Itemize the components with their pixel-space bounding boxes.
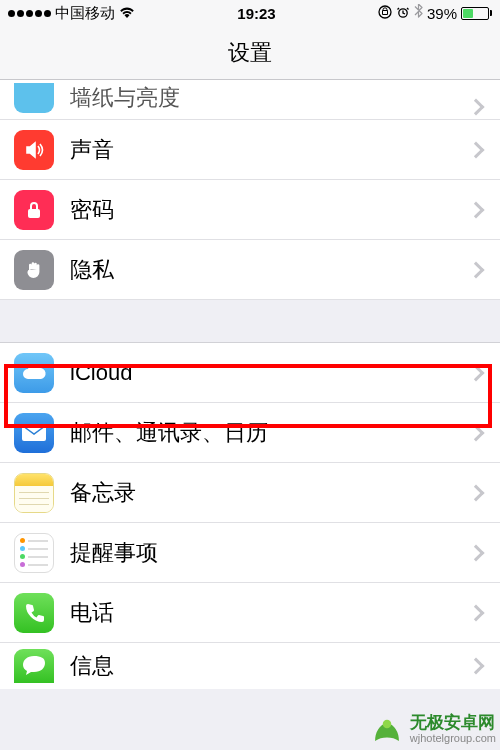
row-privacy[interactable]: 隐私 bbox=[0, 240, 500, 300]
row-label: 邮件、通讯录、日历 bbox=[70, 418, 470, 448]
row-label: iCloud bbox=[70, 360, 470, 386]
alarm-icon bbox=[396, 5, 410, 22]
wallpaper-icon bbox=[14, 83, 54, 113]
row-label: 密码 bbox=[70, 195, 470, 225]
chevron-right-icon bbox=[468, 99, 485, 116]
chevron-right-icon bbox=[468, 424, 485, 441]
page-title: 设置 bbox=[228, 38, 272, 68]
chevron-right-icon bbox=[468, 261, 485, 278]
battery-pct: 39% bbox=[427, 5, 457, 22]
row-notes[interactable]: 备忘录 bbox=[0, 463, 500, 523]
orientation-lock-icon bbox=[378, 5, 392, 22]
row-sound[interactable]: 声音 bbox=[0, 120, 500, 180]
row-label: 备忘录 bbox=[70, 478, 470, 508]
svg-point-4 bbox=[383, 720, 392, 729]
row-reminders[interactable]: 提醒事项 bbox=[0, 523, 500, 583]
lock-icon bbox=[14, 190, 54, 230]
watermark-title: 无极安卓网 bbox=[410, 714, 496, 733]
nav-bar: 设置 bbox=[0, 26, 500, 80]
battery-icon bbox=[461, 7, 492, 20]
chevron-right-icon bbox=[468, 364, 485, 381]
wifi-icon bbox=[119, 5, 135, 22]
section-gap bbox=[0, 299, 500, 343]
watermark-logo-icon bbox=[370, 712, 404, 746]
signal-dots-icon bbox=[8, 10, 51, 17]
mail-icon bbox=[14, 413, 54, 453]
row-label: 声音 bbox=[70, 135, 470, 165]
chevron-right-icon bbox=[468, 201, 485, 218]
row-label: 电话 bbox=[70, 598, 470, 628]
chevron-right-icon bbox=[468, 484, 485, 501]
sound-icon bbox=[14, 130, 54, 170]
notes-icon bbox=[14, 473, 54, 513]
row-label: 隐私 bbox=[70, 255, 470, 285]
row-wallpaper-brightness[interactable]: 墙纸与亮度 bbox=[0, 80, 500, 120]
reminders-icon bbox=[14, 533, 54, 573]
carrier-label: 中国移动 bbox=[55, 4, 115, 23]
watermark: 无极安卓网 wjhotelgroup.com bbox=[370, 712, 496, 746]
bluetooth-icon bbox=[414, 4, 423, 22]
row-messages[interactable]: 信息 bbox=[0, 643, 500, 689]
row-passcode[interactable]: 密码 bbox=[0, 180, 500, 240]
row-phone[interactable]: 电话 bbox=[0, 583, 500, 643]
status-bar: 中国移动 19:23 39% bbox=[0, 0, 500, 26]
watermark-url: wjhotelgroup.com bbox=[410, 732, 496, 744]
row-label: 墙纸与亮度 bbox=[70, 83, 470, 113]
chevron-right-icon bbox=[468, 544, 485, 561]
clock: 19:23 bbox=[237, 5, 275, 22]
chevron-right-icon bbox=[468, 658, 485, 675]
row-icloud[interactable]: iCloud bbox=[0, 343, 500, 403]
chevron-right-icon bbox=[468, 141, 485, 158]
hand-icon bbox=[14, 250, 54, 290]
svg-rect-2 bbox=[28, 209, 40, 218]
row-mail-contacts-calendar[interactable]: 邮件、通讯录、日历 bbox=[0, 403, 500, 463]
status-left: 中国移动 bbox=[8, 4, 135, 23]
settings-list: 墙纸与亮度 声音 密码 隐私 iCloud 邮件、通讯录、日历 bbox=[0, 80, 500, 689]
row-label: 提醒事项 bbox=[70, 538, 470, 568]
messages-icon bbox=[14, 649, 54, 683]
phone-icon bbox=[14, 593, 54, 633]
chevron-right-icon bbox=[468, 604, 485, 621]
cloud-icon bbox=[14, 353, 54, 393]
row-label: 信息 bbox=[70, 651, 470, 681]
status-right: 39% bbox=[378, 4, 492, 22]
